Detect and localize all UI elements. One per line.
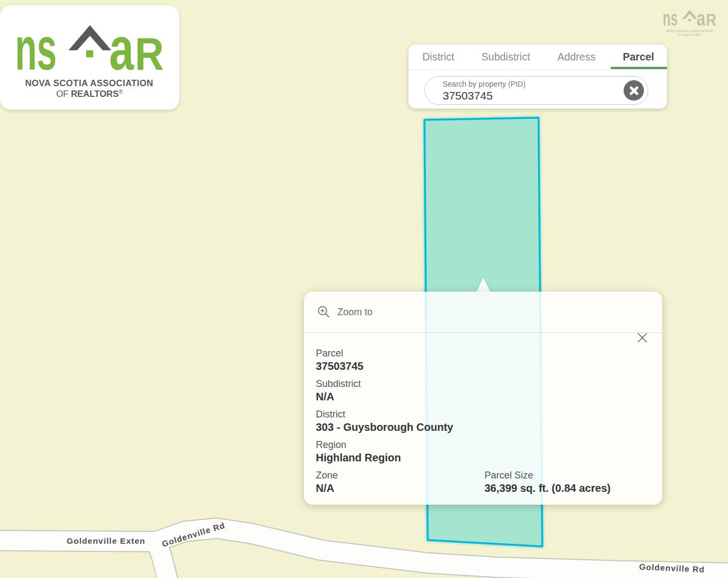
subdistrict-field: Subdistrict N/A: [316, 378, 649, 404]
zoom-to-label: Zoom to: [337, 307, 373, 318]
parcel-size-field: Parcel Size 36,399 sq. ft. (0.84 acres): [484, 469, 611, 495]
watermark-reg-mark: ®: [700, 33, 702, 35]
close-icon: [636, 332, 648, 344]
watermark-ns: ns: [663, 6, 678, 31]
popup-arrow: [471, 273, 496, 292]
popup-close-button[interactable]: [634, 330, 650, 346]
map-screen: Goldenville Exten Goldenville Rd Goldenv…: [0, 0, 728, 578]
region-field-value: Highland Region: [316, 451, 649, 465]
zone-field: Zone N/A: [316, 469, 484, 495]
brand-tagline-line1: NOVA SCOTIA ASSOCIATION: [25, 78, 154, 88]
nsar-watermark-logo: ns a R NOVA SCOTIA ASSOCIATION OF REALTO…: [663, 6, 716, 36]
tab-subdistrict[interactable]: Subdistrict: [481, 51, 530, 63]
watermark-realtors: REALTORS: [683, 33, 700, 36]
region-field-label: Region: [316, 439, 649, 451]
watermark-roof-dot: [688, 19, 691, 21]
road-label-goldenville-exten: Goldenville Exten: [66, 536, 145, 545]
zoom-in-icon: [317, 306, 330, 318]
parcel-field-label: Parcel: [316, 347, 649, 359]
watermark-r: R: [706, 11, 716, 29]
logo-r: R: [135, 28, 164, 79]
watermark-roof-icon: [682, 10, 697, 19]
watermark-tagline-2: OF REALTORS®: [678, 33, 702, 36]
parcel-size-field-label: Parcel Size: [484, 469, 611, 481]
x-icon: [630, 86, 639, 95]
tab-parcel[interactable]: Parcel: [623, 51, 654, 63]
parcel-field: Parcel 37503745: [316, 347, 649, 373]
tagline-of: OF: [56, 89, 71, 98]
watermark-tagline-1: NOVA SCOTIA ASSOCIATION: [666, 29, 712, 33]
roads: [0, 528, 728, 578]
zone-size-row: Zone N/A Parcel Size 36,399 sq. ft. (0.8…: [316, 469, 649, 500]
zoom-to-button[interactable]: Zoom to: [304, 292, 662, 333]
logo-ns: ns: [15, 15, 57, 82]
search-tabs: District Subdistrict Address Parcel: [408, 44, 667, 70]
tagline-reg-mark: ®: [119, 89, 123, 95]
watermark-of: OF: [678, 33, 683, 36]
subdistrict-field-value: N/A: [316, 390, 649, 404]
pid-search-field: Search by property (PID): [424, 76, 648, 105]
region-field: Region Highland Region: [316, 439, 649, 465]
tab-district[interactable]: District: [422, 51, 454, 63]
pid-search-field-label: Search by property (PID): [443, 80, 621, 88]
parcel-info-popup: Zoom to Parcel 37503745 Subdistrict N/A …: [304, 292, 662, 505]
nsar-logo: ns a R NOVA SCOTIA ASSOCIATION OF REALTO…: [0, 5, 179, 110]
roof-icon: [69, 25, 111, 50]
zone-field-value: N/A: [316, 481, 484, 495]
logo-a: a: [109, 15, 134, 82]
search-panel: District Subdistrict Address Parcel Sear…: [408, 44, 667, 109]
brand-tagline-line2: OF REALTORS®: [56, 89, 123, 98]
district-field-value: 303 - Guysborough County: [316, 420, 649, 434]
zone-field-label: Zone: [316, 469, 484, 481]
district-field-label: District: [316, 408, 649, 420]
tab-address[interactable]: Address: [557, 51, 596, 63]
watermark-a: a: [696, 6, 706, 31]
parcel-field-value: 37503745: [316, 359, 649, 373]
parcel-size-field-value: 36,399 sq. ft. (0.84 acres): [484, 481, 611, 495]
district-field: District 303 - Guysborough County: [316, 408, 649, 434]
subdistrict-field-label: Subdistrict: [316, 378, 649, 390]
clear-search-button[interactable]: [624, 80, 644, 101]
tagline-realtors: REALTORS: [71, 89, 118, 98]
active-tab-underline: [611, 67, 667, 69]
nsar-logo-card: ns a R NOVA SCOTIA ASSOCIATION OF REALTO…: [0, 5, 179, 110]
roof-dot-icon: [86, 50, 93, 57]
pid-search-input[interactable]: [443, 88, 621, 102]
popup-details: Parcel 37503745 Subdistrict N/A District…: [304, 333, 662, 500]
